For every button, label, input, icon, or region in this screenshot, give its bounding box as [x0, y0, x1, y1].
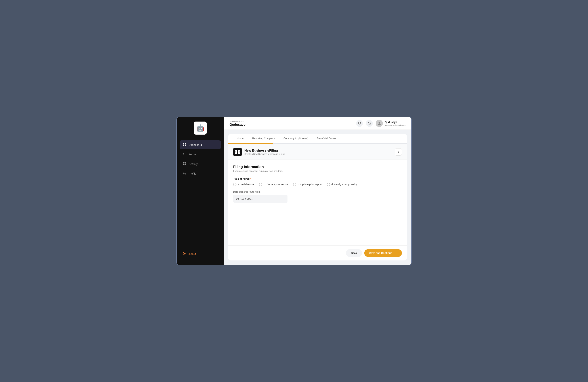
tab-company-applicants[interactable]: Company Applicant(s)	[279, 134, 313, 143]
app-header-row: New Business eFiling Create a New Busine…	[228, 144, 407, 160]
user-display-name: Qudusayo	[385, 120, 405, 124]
avatar	[376, 120, 383, 127]
main-card: Home Reporting Company Company Applicant…	[228, 134, 407, 260]
svg-rect-5	[184, 153, 186, 153]
logout-button[interactable]: Logout	[180, 250, 221, 258]
app-logo-box	[233, 148, 242, 156]
progress-bar-container	[228, 143, 407, 144]
radio-circle-c	[293, 183, 296, 186]
save-continue-label: Save and Continue	[369, 252, 392, 254]
svg-rect-2	[183, 145, 184, 146]
settings-label: Settings	[189, 162, 198, 166]
tabs: Home Reporting Company Company Applicant…	[228, 134, 407, 143]
header: Welcome back Qudusayo	[224, 117, 411, 130]
tab-home[interactable]: Home	[232, 134, 248, 143]
svg-rect-1	[185, 143, 186, 144]
filing-info-header: Filing Information Excepteur sint occaec…	[233, 165, 402, 172]
logout-icon	[183, 252, 186, 256]
svg-rect-0	[183, 143, 184, 144]
sidebar-item-profile[interactable]: Profile	[180, 169, 221, 178]
header-title-area: Welcome back Qudusayo	[230, 120, 246, 127]
form-area: Filing Information Excepteur sint occaec…	[228, 160, 407, 246]
list-icon	[183, 152, 187, 157]
svg-point-13	[378, 122, 380, 124]
radio-label-b: b. Correct prior report	[264, 183, 288, 186]
sidebar-item-dashboard[interactable]: Dashboard	[180, 140, 221, 149]
svg-rect-9	[184, 155, 186, 155]
filing-info-title: Filing Information	[233, 165, 402, 169]
save-continue-button[interactable]: Save and Continue →	[364, 249, 402, 257]
card-footer: Back Save and Continue →	[228, 246, 407, 260]
app-window: 🤖 Dashboard	[176, 117, 412, 265]
sidebar: 🤖 Dashboard	[177, 117, 224, 265]
svg-point-4	[183, 153, 184, 153]
user-email: qqudusayo@gmail.com	[385, 124, 405, 126]
sidebar-navigation: Dashboard Forms	[177, 140, 224, 250]
radio-option-b[interactable]: b. Correct prior report	[259, 183, 288, 186]
app-title: New Business eFiling	[244, 149, 285, 153]
app-title-area: New Business eFiling Create a New Busine…	[244, 149, 285, 155]
profile-label: Profile	[189, 172, 196, 175]
date-label: Date prepared (auto filled)	[233, 191, 402, 193]
logout-label: Logout	[188, 252, 196, 255]
radio-circle-b	[259, 183, 262, 186]
user-info: Qudusayo qqudusayo@gmail.com	[385, 120, 405, 126]
sidebar-item-settings[interactable]: Settings	[180, 159, 221, 168]
type-of-filing-section: Type of filing: * a. Initial report b. C…	[233, 177, 402, 186]
app-subtitle: Create a New Business to manage eFiling	[244, 153, 285, 155]
date-input: 05 / 18 / 2024	[233, 195, 288, 203]
content-area: Home Reporting Company Company Applicant…	[224, 130, 411, 265]
grid-icon	[183, 143, 187, 147]
sidebar-footer: Logout	[177, 250, 224, 260]
radio-label-a: a. Initial report	[238, 183, 254, 186]
back-button[interactable]: Back	[346, 249, 362, 257]
required-star: *	[250, 177, 251, 180]
radio-group: a. Initial report b. Correct prior repor…	[233, 183, 402, 186]
user-profile-area: Qudusayo qqudusayo@gmail.com	[376, 120, 405, 127]
radio-option-c[interactable]: c. Update prior report	[293, 183, 322, 186]
svg-rect-16	[235, 152, 237, 154]
logo-box: 🤖	[194, 122, 207, 134]
radio-circle-a	[233, 183, 236, 186]
svg-point-12	[369, 123, 370, 124]
svg-point-10	[184, 163, 185, 164]
sidebar-item-forms[interactable]: Forms	[180, 150, 221, 159]
radio-label-d: d. Newly exempt entity	[332, 183, 357, 186]
logo-icon: 🤖	[196, 124, 204, 132]
header-username: Qudusayo	[230, 123, 246, 127]
radio-option-a[interactable]: a. Initial report	[233, 183, 254, 186]
dashboard-label: Dashboard	[189, 143, 202, 146]
svg-point-6	[183, 154, 184, 154]
notification-button[interactable]	[356, 120, 363, 127]
welcome-text: Welcome back	[230, 120, 246, 123]
tab-reporting-company[interactable]: Reporting Company	[248, 134, 279, 143]
svg-rect-14	[235, 150, 237, 152]
forms-label: Forms	[189, 153, 196, 156]
main-content: Welcome back Qudusayo	[224, 117, 411, 265]
tab-beneficial-owner[interactable]: Beneficial Owner	[313, 134, 340, 143]
arrow-icon: →	[394, 251, 397, 255]
svg-point-8	[183, 155, 184, 155]
user-icon	[183, 171, 187, 176]
svg-rect-15	[238, 150, 240, 152]
radio-circle-d	[327, 183, 330, 186]
svg-rect-3	[185, 145, 186, 146]
date-field-section: Date prepared (auto filled) 05 / 18 / 20…	[233, 191, 402, 203]
svg-rect-17	[238, 152, 240, 154]
app-header-left: New Business eFiling Create a New Busine…	[233, 148, 285, 156]
filing-info-subtitle: Excepteur sint occaecat cupidatat non pr…	[233, 170, 402, 172]
settings-button[interactable]	[366, 120, 373, 127]
back-icon-button[interactable]	[395, 148, 402, 155]
radio-option-d[interactable]: d. Newly exempt entity	[327, 183, 357, 186]
svg-point-11	[184, 172, 185, 173]
svg-rect-7	[184, 154, 186, 154]
sidebar-logo: 🤖	[177, 122, 224, 134]
settings-icon	[183, 162, 187, 166]
radio-label-c: c. Update prior report	[298, 183, 322, 186]
type-label: Type of filing: *	[233, 177, 402, 180]
progress-bar-fill	[228, 143, 273, 144]
header-right: Qudusayo qqudusayo@gmail.com	[356, 120, 405, 127]
